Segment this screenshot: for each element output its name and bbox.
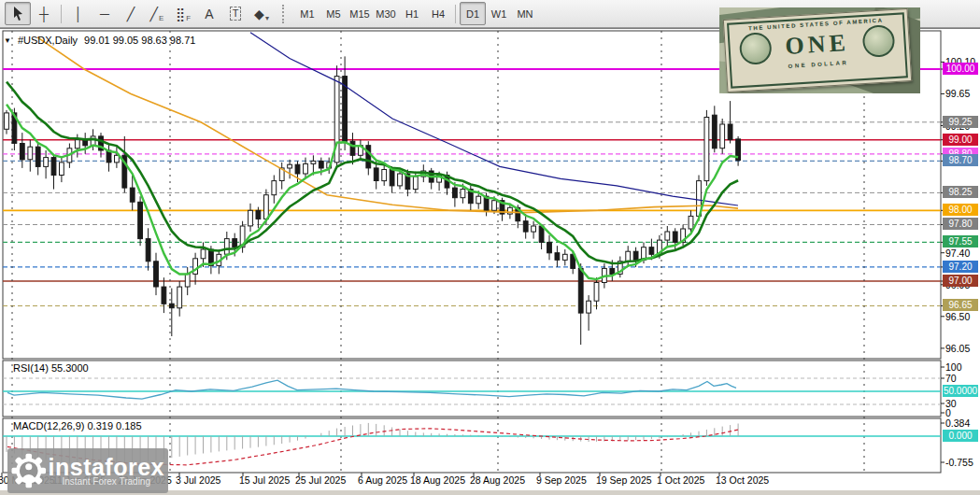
- arrows-icon[interactable]: ◆▾: [249, 2, 275, 25]
- price-tick-label: -0.755: [945, 457, 973, 468]
- price-tick-label: 70: [945, 373, 957, 384]
- price-level-badge: 97.20: [943, 261, 978, 273]
- text-label-icon[interactable]: T: [222, 2, 249, 25]
- price-level-badge: 99.25: [943, 116, 978, 128]
- equidistant-channel-icon[interactable]: ╱E: [144, 2, 170, 25]
- bill-one-text: ONE: [785, 29, 850, 61]
- one-dollar-bill: THE UNITED STATES OF AMERICA ONE ONE DOL…: [723, 8, 912, 92]
- price-tick-label: 97.40: [945, 248, 970, 259]
- chart-symbol-title: #USDX,Daily: [18, 35, 78, 46]
- drawing-tools-group: ┼│─╱╱E⣿FAT◆▾: [5, 2, 293, 25]
- date-axis-label: 6 Aug 2025: [358, 474, 407, 486]
- chart-title-row: ▼ #USDX,Daily 99.01 99.05 98.63 98.71: [4, 35, 195, 46]
- timeframe-button-h1[interactable]: H1: [399, 2, 425, 25]
- price-level-badge: 0.000: [943, 430, 978, 442]
- date-axis-label: 15 Jul 2025: [239, 474, 290, 486]
- macd-indicator-label: MACD(12,26,9) 0.319 0.185: [13, 420, 142, 431]
- price-level-badge: 96.65: [943, 299, 978, 311]
- rsi-indicator-label: RSI(14) 55.3000: [13, 362, 89, 374]
- trading-terminal: { "header": { "dropdown_icon": "▼", "tit…: [0, 0, 980, 495]
- horizontal-line-icon[interactable]: ─: [92, 2, 118, 25]
- price-level-badge: 100.00: [943, 63, 978, 75]
- price-level-badge: 98.25: [943, 186, 978, 198]
- timeframe-button-h4[interactable]: H4: [425, 2, 451, 25]
- symbol-dropdown-icon[interactable]: ▼: [4, 36, 11, 45]
- fibonacci-icon[interactable]: ⣿F: [170, 2, 196, 25]
- timeframe-button-m30[interactable]: M30: [373, 2, 399, 25]
- price-level-badge: 98.00: [943, 204, 978, 216]
- toolbar-separator: [455, 5, 456, 23]
- price-tick-label: 96.50: [945, 311, 970, 322]
- date-axis-label: 3 Jul 2025: [176, 474, 220, 486]
- crosshair-icon[interactable]: ┼: [31, 2, 57, 25]
- cursor-icon[interactable]: [5, 2, 31, 25]
- price-level-badge: 99.00: [943, 134, 978, 146]
- instaforex-logo: instaforex Instant Forex Trading: [7, 448, 168, 493]
- date-axis-label: 1 Oct 2025: [657, 474, 704, 486]
- trendline-icon[interactable]: ╱: [118, 2, 144, 25]
- timeframe-button-m15[interactable]: M15: [347, 2, 373, 25]
- bill-left-seal: [739, 32, 773, 65]
- logo-tagline: Instant Forex Trading: [63, 476, 151, 487]
- price-level-badge: 97.80: [943, 218, 978, 230]
- logo-wordmark: instaforex: [49, 456, 164, 478]
- bill-right-seal: [862, 24, 896, 58]
- dollar-bill-image: THE UNITED STATES OF AMERICA ONE ONE DOL…: [719, 7, 920, 93]
- chart-window[interactable]: ▼ #USDX,Daily 99.01 99.05 98.63 98.71 RS…: [0, 28, 980, 490]
- timeframe-button-w1[interactable]: W1: [486, 2, 512, 25]
- date-axis-label: 13 Oct 2025: [716, 474, 769, 486]
- toolbar-separator: [61, 5, 62, 23]
- date-axis-label: 25 Jul 2025: [295, 474, 346, 486]
- price-level-badge: 50.0000: [943, 385, 978, 397]
- price-tick-label: 100: [945, 361, 962, 373]
- timeframe-button-mn[interactable]: MN: [512, 2, 538, 25]
- price-tick-label: 99.65: [945, 88, 970, 99]
- text-icon[interactable]: A: [196, 2, 222, 25]
- price-level-badge: 98.70: [943, 154, 978, 166]
- chart-ohlc-values: 99.01 99.05 98.63 98.71: [84, 35, 195, 46]
- date-axis-label: 19 Sep 2025: [596, 474, 652, 486]
- vertical-line-icon[interactable]: │: [65, 2, 92, 25]
- toolbar-grip[interactable]: [282, 5, 288, 23]
- timeframe-group: M1M5M15M30H1H4D1W1MN: [294, 2, 538, 25]
- timeframe-button-d1[interactable]: D1: [460, 2, 486, 25]
- price-level-badge: 97.00: [943, 275, 978, 287]
- date-axis-label: 28 Aug 2025: [470, 474, 525, 486]
- date-axis-label: 18 Aug 2025: [410, 474, 465, 486]
- price-tick-label: 0.384: [945, 417, 970, 429]
- instaforex-gear-icon: [11, 452, 47, 489]
- price-tick-label: 96.05: [945, 343, 970, 354]
- date-axis-label: 9 Sep 2025: [536, 474, 587, 486]
- timeframe-button-m5[interactable]: M5: [320, 2, 347, 25]
- timeframe-button-m1[interactable]: M1: [294, 2, 320, 25]
- chart-canvas[interactable]: [0, 29, 980, 490]
- price-level-badge: 97.55: [943, 235, 978, 248]
